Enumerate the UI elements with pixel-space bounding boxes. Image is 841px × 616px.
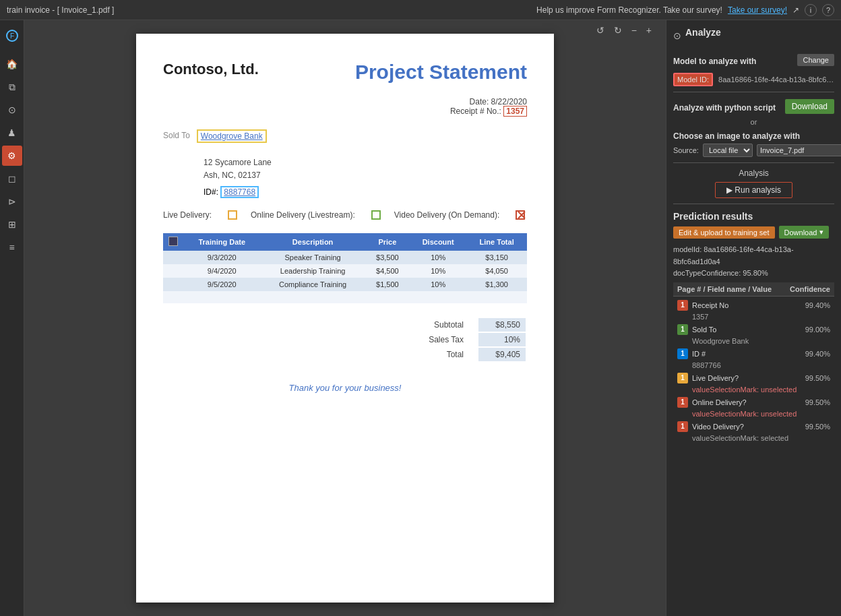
page-badge: 1 — [677, 300, 688, 311]
result-row[interactable]: 1 Video Delivery? 99.50% valueSelectionM… — [673, 419, 834, 442]
company-name: Contoso, Ltd. — [163, 61, 259, 78]
page-badge: 1 — [677, 373, 688, 383]
model-title: Model to analyze with — [673, 57, 756, 66]
result-row[interactable]: 1 Live Delivery? 99.50% valueSelectionMa… — [673, 371, 834, 394]
sales-tax-value: 10% — [478, 333, 526, 346]
col-discount: Discount — [410, 233, 466, 251]
live-delivery-label: Live Delivery: — [163, 210, 212, 220]
page-badge: 1 — [677, 324, 688, 335]
sidebar-item-grid[interactable]: ⊞ — [2, 214, 22, 235]
result-row[interactable]: 1 Online Delivery? 99.50% valueSelection… — [673, 395, 834, 418]
model-id-label: Model ID: — [673, 73, 713, 86]
result-field: Video Delivery? — [692, 423, 801, 431]
result-confidence: 99.40% — [805, 350, 830, 358]
model-info: modelId: 8aa16866-16fe-44ca-b13a-8bfc6ad… — [673, 244, 834, 280]
analyze-title: Analyze — [685, 27, 721, 38]
zoom-out-button[interactable]: − — [628, 23, 640, 38]
result-confidence: 99.50% — [805, 398, 830, 406]
results-container: 1 Receipt No 99.40% 1357 1 Sold To 99.00… — [673, 298, 834, 442]
app-logo: F — [2, 26, 22, 46]
page-badge: 1 — [677, 397, 688, 408]
sold-to-label: Sold To — [163, 129, 190, 140]
run-analysis-button[interactable]: ▶ Run analysis — [715, 182, 792, 198]
result-value: 8887766 — [673, 361, 834, 369]
sidebar-item-home[interactable]: 🏠 — [2, 54, 22, 74]
invoice-table: Training Date Description Price Discount… — [163, 233, 527, 303]
subtotal-label: Subtotal — [415, 318, 477, 332]
edit-upload-button[interactable]: Edit & upload to training set — [673, 226, 775, 239]
online-delivery-checkbox — [371, 210, 381, 220]
download-result-button[interactable]: Download ▾ — [779, 226, 830, 239]
model-id-row: Model ID: 8aa16866-16fe-44ca-b13a-8bfc6a… — [673, 73, 834, 86]
window-title: train invoice - [ Invoice_1.pdf ] — [7, 5, 114, 15]
analyze-icon: ⊙ — [673, 30, 681, 41]
page-badge: 1 — [677, 421, 688, 432]
sidebar-item-page[interactable]: ◻ — [2, 168, 22, 189]
result-field: ID # — [692, 350, 801, 358]
totals-table: Subtotal $8,550 Sales Tax 10% Total $9,4… — [414, 317, 527, 363]
result-value: valueSelectionMark: selected — [673, 434, 834, 442]
col-desc: Description — [260, 233, 365, 251]
col-total: Line Total — [466, 233, 527, 251]
result-value: valueSelectionMark: unselected — [673, 410, 834, 418]
live-delivery-checkbox — [228, 210, 237, 220]
project-title: Project Statement — [355, 61, 527, 84]
result-row[interactable]: 1 ID # 99.40% 8887766 — [673, 346, 834, 369]
sidebar-item-tag[interactable]: ⊳ — [2, 191, 22, 212]
zoom-in-button[interactable]: + — [643, 23, 655, 38]
result-confidence: 99.40% — [805, 301, 830, 309]
source-label: Source: — [673, 146, 699, 154]
page-badge: 1 — [677, 348, 688, 359]
top-bar-right: Help us improve Form Recognizer. Take ou… — [536, 4, 834, 16]
external-link-icon[interactable]: ↗ — [792, 5, 799, 15]
result-field: Sold To — [692, 326, 801, 334]
survey-link[interactable]: Take our survey! — [728, 5, 787, 15]
video-delivery-label: Video Delivery (On Demand): — [394, 210, 500, 220]
top-bar: train invoice - [ Invoice_1.pdf ] Help u… — [0, 0, 841, 20]
sold-to-value: Woodgrove Bank — [197, 129, 267, 143]
result-field: Online Delivery? — [692, 398, 801, 406]
sidebar: F 🏠 ⧉ ⊙ ♟ ⚙ ◻ ⊳ ⊞ ≡ — [0, 20, 24, 616]
result-field: Live Delivery? — [692, 374, 801, 382]
result-confidence: 99.00% — [805, 326, 830, 334]
total-value: $9,405 — [478, 348, 526, 361]
video-delivery-checkbox — [516, 210, 525, 220]
analysis-title: Analysis — [673, 168, 834, 178]
address: 12 Sycamore Lane Ash, NC, 02137 — [204, 156, 527, 182]
rotate-left-button[interactable]: ↺ — [593, 23, 608, 38]
survey-text: Help us improve Form Recognizer. Take ou… — [536, 5, 722, 15]
sidebar-item-ocr[interactable]: ⊙ — [2, 100, 22, 120]
subtotal-value: $8,550 — [478, 318, 526, 332]
prediction-buttons: Edit & upload to training set Download ▾ — [673, 226, 834, 239]
choose-title: Choose an image to analyze with — [673, 131, 834, 141]
sidebar-item-connections[interactable]: ⧉ — [2, 77, 22, 97]
change-button[interactable]: Change — [797, 54, 834, 66]
model-id-value: 8aa16866-16fe-44ca-b13a-8bfc6a... — [718, 75, 834, 84]
file-input[interactable] — [757, 144, 841, 156]
total-label: Total — [415, 348, 477, 361]
question-icon[interactable]: ? — [822, 4, 834, 16]
result-row[interactable]: 1 Sold To 99.00% Woodgrove Bank — [673, 322, 834, 345]
receipt-number: Receipt # No.: 1357 — [163, 106, 527, 116]
rotate-right-button[interactable]: ↻ — [611, 23, 625, 38]
source-select[interactable]: Local file URL — [703, 144, 753, 157]
sidebar-item-layers[interactable]: ≡ — [2, 237, 22, 257]
result-confidence: 99.50% — [805, 423, 830, 431]
result-value: Woodgrove Bank — [673, 337, 834, 345]
result-value: 1357 — [673, 313, 834, 321]
info-icon[interactable]: i — [805, 4, 817, 16]
document-page: Contoso, Ltd. Project Statement Date: 8/… — [136, 34, 554, 603]
result-row[interactable]: 1 Receipt No 99.40% 1357 — [673, 298, 834, 321]
result-field: Receipt No — [692, 301, 801, 309]
col-price: Price — [365, 233, 410, 251]
sidebar-item-people[interactable]: ♟ — [2, 123, 22, 143]
delivery-row: Live Delivery: Online Delivery (Livestre… — [163, 210, 527, 220]
table-row: 9/5/2020 Compliance Training $1,500 10% … — [163, 278, 527, 291]
results-header: Page # / Field name / Value Confidence — [673, 282, 834, 297]
download-script-button[interactable]: Download — [785, 99, 834, 114]
or-text: or — [673, 118, 834, 126]
sidebar-item-settings[interactable]: ⚙ — [2, 146, 22, 166]
result-confidence: 99.50% — [805, 374, 830, 382]
table-row-empty — [163, 291, 527, 303]
online-delivery-label: Online Delivery (Livestream): — [251, 210, 355, 220]
